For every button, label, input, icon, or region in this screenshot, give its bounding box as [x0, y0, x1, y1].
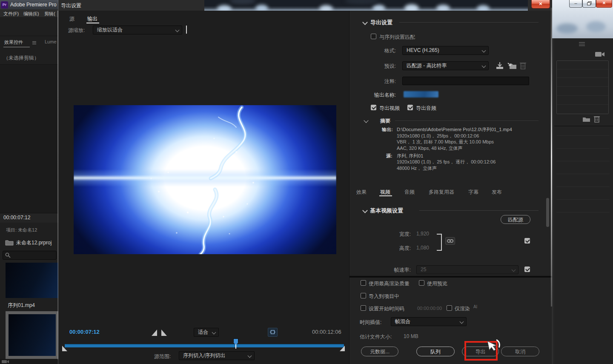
trim-handle-left[interactable] — [62, 346, 67, 351]
clip-thumbnail-1[interactable] — [6, 263, 59, 298]
pane-divider — [349, 276, 552, 278]
trash-icon — [594, 115, 600, 123]
height-value[interactable]: 1,080 — [416, 245, 429, 251]
source-scaling-dropdown[interactable]: 缩放以适合 — [93, 26, 182, 34]
tab-publish[interactable]: 发布 — [492, 189, 502, 196]
header-rule — [399, 22, 539, 23]
blurred-titlebar-content — [204, 0, 528, 11]
menu-file[interactable]: 文件(F) — [3, 11, 19, 17]
source-scaling-label: 源缩放: — [68, 27, 85, 34]
tab-effects[interactable]: 效果 — [356, 189, 367, 196]
menu-clip[interactable]: 剪辑( — [44, 11, 55, 17]
tab-effect-controls[interactable]: 效果控件 — [4, 39, 23, 46]
cancel-button[interactable]: 取消 — [501, 347, 539, 356]
metadata-button[interactable]: 元数据... — [361, 347, 398, 356]
tab-preview-output[interactable]: 输出 — [87, 15, 97, 23]
camera-icon — [595, 51, 604, 57]
start-timecode-checkbox[interactable] — [361, 305, 366, 311]
tab-project[interactable]: 项目: 未命名12 — [6, 227, 57, 233]
project-file-name[interactable]: 未命名12.prproj — [16, 239, 52, 246]
height-label: 高度: — [375, 245, 411, 252]
render-alpha-checkbox[interactable] — [447, 305, 452, 311]
estimated-size-label: 估计文件大小: — [360, 333, 392, 341]
import-to-project-checkbox[interactable] — [361, 293, 366, 298]
menu-edit[interactable]: 编辑(E) — [23, 11, 39, 17]
video-preview-frame[interactable] — [74, 105, 336, 254]
zoom-level-dropdown[interactable]: 适合 — [194, 328, 219, 337]
max-render-quality-checkbox[interactable] — [361, 280, 366, 286]
estimated-size-value: 10 MB — [404, 333, 418, 339]
tab-audio[interactable]: 音频 — [404, 189, 415, 196]
search-input[interactable] — [3, 251, 57, 260]
panel-row-divider — [556, 135, 610, 136]
timeline-track[interactable] — [65, 344, 344, 347]
match-sequence-checkbox[interactable] — [371, 34, 376, 39]
tab-captions[interactable]: 字幕 — [468, 189, 478, 196]
effect-controls-underline — [3, 47, 30, 47]
preset-dropdown[interactable]: 匹配源 - 高比特率 — [402, 61, 489, 70]
text-caret — [186, 26, 187, 34]
program-timecode: 00:00:07:12 — [3, 215, 30, 221]
width-value[interactable]: 1,920 — [416, 231, 429, 237]
out-point-icon[interactable] — [161, 330, 167, 336]
source-range-label: 源范围: — [154, 353, 171, 360]
source-range-dropdown[interactable]: 序列切入/序列切出 — [179, 351, 255, 360]
tab-video[interactable]: 视频 — [380, 189, 390, 196]
export-audio-label: 导出音频 — [416, 105, 436, 112]
match-source-button[interactable]: 匹配源 — [501, 215, 530, 224]
playhead-stem — [235, 344, 236, 349]
comment-input[interactable] — [402, 77, 529, 85]
import-preset-icon[interactable] — [507, 62, 517, 69]
crop-output-button[interactable] — [268, 328, 278, 337]
list-row-divider — [557, 69, 608, 69]
use-previews-checkbox[interactable] — [419, 280, 424, 286]
output-name-value-redacted[interactable] — [404, 91, 438, 97]
dialog-close-button[interactable]: × — [531, 0, 550, 9]
time-interpolation-dropdown[interactable]: 帧混合 — [391, 317, 467, 326]
render-alpha-suffix: Al — [473, 304, 477, 309]
summary-output-line: D:\Documents\Adobe\Premiere Pro\12.0\序列0… — [397, 126, 512, 133]
in-point-icon[interactable] — [152, 330, 157, 336]
clip-thumbnail-2[interactable] — [6, 311, 59, 359]
list-row-divider — [557, 104, 608, 105]
panel-divider — [554, 126, 613, 126]
tab-lumetri[interactable]: Lume — [45, 39, 57, 44]
dialog-edge-glint-left — [57, 11, 58, 360]
crop-icon — [270, 330, 275, 335]
camera-small-icon — [2, 360, 9, 364]
output-name-label: 输出名称: — [366, 92, 396, 99]
restore-icon — [587, 1, 592, 6]
playhead-timecode[interactable]: 00:00:07:12 — [69, 329, 100, 335]
clip-name-label[interactable]: 序列01.mp4 — [8, 302, 35, 309]
summary-rule — [395, 120, 539, 121]
window-close-button[interactable]: × — [596, 0, 612, 8]
window-maximize-button[interactable] — [582, 0, 596, 8]
settings-scrollbar[interactable] — [546, 198, 549, 227]
summary-source-line: 1920x1080 (1.0)， 25 fps， 逐行， 00:00:12:06 — [397, 159, 496, 165]
export-audio-checkbox[interactable] — [407, 105, 413, 110]
summary-output-label: 输出: — [382, 126, 393, 133]
tab-preview-source[interactable]: 源 — [69, 15, 74, 23]
left-panel-divider — [0, 36, 58, 36]
output-tab-underline — [86, 23, 99, 23]
basic-video-header: 基本视频设置 — [370, 207, 403, 215]
trim-handle-right[interactable] — [340, 346, 345, 351]
summary-output-line: 1920x1080 (1.0)， 25fps， 00:00:12:06 — [397, 133, 479, 139]
dimensions-lock-checkbox[interactable] — [524, 238, 530, 244]
new-bin-icon — [582, 116, 590, 122]
framerate-checkbox[interactable] — [524, 267, 530, 272]
export-video-checkbox[interactable] — [371, 105, 376, 110]
tab-multiplexer[interactable]: 多路复用器 — [429, 189, 454, 196]
format-dropdown[interactable]: HEVC (H.265) — [402, 46, 489, 55]
window-minimize-button[interactable]: – — [569, 0, 582, 8]
search-icon — [5, 252, 11, 258]
delete-preset-icon[interactable] — [520, 62, 526, 69]
link-dimensions-button[interactable] — [445, 237, 455, 245]
framerate-dropdown[interactable]: 25 — [416, 265, 518, 274]
save-preset-icon[interactable] — [496, 62, 504, 69]
summary-header: 摘要 — [380, 118, 390, 125]
queue-button[interactable]: 队列 — [416, 347, 455, 356]
start-timecode-value[interactable]: 00:00:00:00 — [417, 306, 442, 311]
dimension-link-bracket — [437, 234, 442, 251]
panel-menu-icon[interactable] — [32, 41, 36, 44]
